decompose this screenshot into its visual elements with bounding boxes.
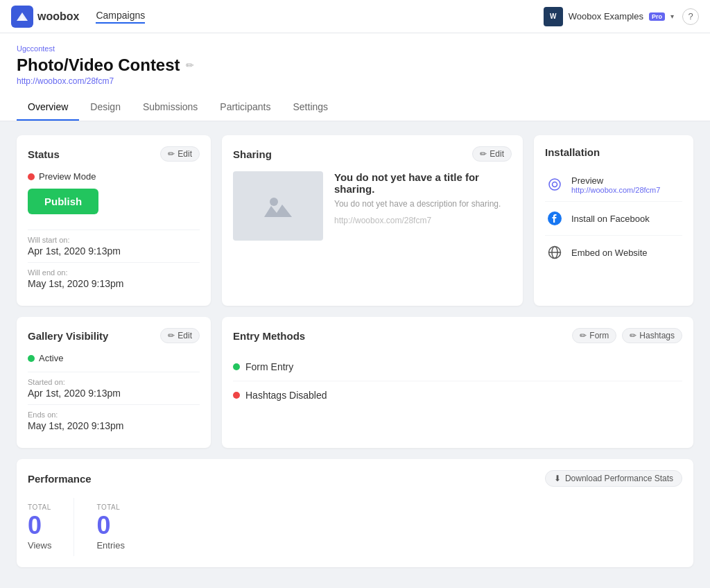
logo[interactable]: woobox <box>11 6 79 28</box>
svg-point-4 <box>549 179 560 190</box>
entry-form-entry: Form Entry <box>233 353 682 381</box>
sharing-card-header: Sharing ✏ Edit <box>233 146 512 162</box>
woobox-logo-icon <box>11 6 33 28</box>
page-header: Ugccontest Photo/Video Contest ✏ http://… <box>0 33 710 121</box>
page-title: Photo/Video Contest <box>17 55 180 75</box>
entry-hashtags-entry: Hashtags Disabled <box>233 381 682 409</box>
edit-title-icon[interactable]: ✏ <box>186 60 194 71</box>
tab-design[interactable]: Design <box>79 94 132 121</box>
install-preview-text: Preview http://woobox.com/28fcm7 <box>571 175 660 194</box>
preview-icon <box>545 175 564 194</box>
entry-hashtags-dot <box>233 392 240 399</box>
pencil-icon: ✏ <box>580 331 587 340</box>
logo-text: woobox <box>37 10 79 23</box>
gallery-card-header: Gallery Visibility ✏ Edit <box>28 328 200 343</box>
help-button[interactable]: ? <box>682 8 699 25</box>
gallery-started-label: Started on: <box>28 378 200 386</box>
will-start-date: Apr 1st, 2020 9:13pm <box>28 245 200 257</box>
image-placeholder-icon <box>261 192 295 220</box>
pencil-icon: ✏ <box>480 149 487 159</box>
gallery-ends-date: May 1st, 2020 9:13pm <box>28 420 200 431</box>
gallery-status-label: Active <box>39 353 63 363</box>
pro-badge: Pro <box>649 12 665 21</box>
entry-form-label: Form Entry <box>245 361 293 372</box>
perf-views: TOTAL 0 Views <box>28 498 74 556</box>
sharing-text: You do not yet have a title for sharing.… <box>334 171 512 241</box>
entry-hashtags-button[interactable]: ✏ Hashtags <box>622 328 682 343</box>
gallery-title: Gallery Visibility <box>28 330 108 342</box>
pencil-icon: ✏ <box>168 149 175 159</box>
performance-header: Performance ⬇ Download Performance Stats <box>28 470 682 487</box>
entries-label: Entries <box>96 540 124 551</box>
tab-submissions[interactable]: Submissions <box>132 94 209 121</box>
entries-total-label: TOTAL <box>96 503 124 511</box>
sharing-url: http://woobox.com/28fcm7 <box>334 216 431 225</box>
performance-stats: TOTAL 0 Views TOTAL 0 Entries <box>28 498 682 556</box>
pencil-icon: ✏ <box>630 331 637 340</box>
pencil-icon: ✏ <box>168 331 175 340</box>
facebook-icon <box>545 209 564 228</box>
page-url[interactable]: http://woobox.com/28fcm7 <box>17 76 693 86</box>
download-stats-button[interactable]: ⬇ Download Performance Stats <box>545 470 682 487</box>
top-grid: Status ✏ Edit Preview Mode Publish Will … <box>17 135 693 306</box>
sharing-card-inner: You do not yet have a title for sharing.… <box>233 171 512 241</box>
status-mode: Preview Mode <box>28 171 200 182</box>
main-content: Status ✏ Edit Preview Mode Publish Will … <box>0 121 710 588</box>
account-name: Woobox Examples <box>569 11 643 21</box>
page-tabs: Overview Design Submissions Participants… <box>17 94 693 121</box>
sharing-edit-button[interactable]: ✏ Edit <box>472 146 512 162</box>
tab-participants[interactable]: Participants <box>209 94 282 121</box>
bottom-grid: Gallery Visibility ✏ Edit Active Started… <box>17 317 693 448</box>
tab-settings[interactable]: Settings <box>282 94 339 121</box>
sharing-title: Sharing <box>233 148 272 160</box>
perf-entries: TOTAL 0 Entries <box>96 498 146 556</box>
views-label: Views <box>28 540 51 551</box>
will-end-date: May 1st, 2020 9:13pm <box>28 278 200 289</box>
account-menu[interactable]: W Woobox Examples Pro ▾ <box>544 7 674 26</box>
account-avatar: W <box>544 7 563 26</box>
install-website-label: Embed on Website <box>571 248 648 258</box>
sharing-card: Sharing ✏ Edit You do not yet have a tit… <box>222 135 523 306</box>
entry-methods-card: Entry Methods ✏ Form ✏ Hashtags Form Ent… <box>222 317 693 448</box>
gallery-started-date: Apr 1st, 2020 9:13pm <box>28 388 200 399</box>
topnav-right: W Woobox Examples Pro ▾ ? <box>544 7 699 26</box>
entry-hashtags-label: Hashtags Disabled <box>245 390 327 401</box>
install-website[interactable]: Embed on Website <box>545 236 682 269</box>
installation-card-header: Installation <box>545 146 682 158</box>
entry-methods-title: Entry Methods <box>233 330 305 342</box>
status-dot-red <box>28 173 35 180</box>
sharing-no-title: You do not yet have a title for sharing. <box>334 171 512 195</box>
breadcrumb: Ugccontest <box>17 44 693 53</box>
views-number: 0 <box>28 511 51 540</box>
install-facebook-label: Install on Facebook <box>571 214 650 224</box>
status-mode-label: Preview Mode <box>39 171 96 182</box>
install-preview-label: Preview <box>571 175 660 186</box>
status-edit-button[interactable]: ✏ Edit <box>160 146 200 162</box>
status-title: Status <box>28 148 60 160</box>
publish-button[interactable]: Publish <box>28 189 98 214</box>
sharing-no-description: You do not yet have a description for sh… <box>334 199 512 209</box>
performance-section: Performance ⬇ Download Performance Stats… <box>17 459 693 567</box>
entries-number: 0 <box>96 511 124 540</box>
install-facebook[interactable]: Install on Facebook <box>545 202 682 236</box>
globe-icon <box>545 243 564 262</box>
entry-form-dot <box>233 363 240 370</box>
tab-overview[interactable]: Overview <box>17 94 79 121</box>
campaigns-nav-link[interactable]: Campaigns <box>96 10 145 24</box>
sharing-image-placeholder <box>233 171 323 241</box>
will-start-label: Will start on: <box>28 236 200 244</box>
svg-point-5 <box>553 182 557 187</box>
gallery-edit-button[interactable]: ✏ Edit <box>160 328 200 343</box>
gallery-visibility-card: Gallery Visibility ✏ Edit Active Started… <box>17 317 211 448</box>
entry-form-button[interactable]: ✏ Form <box>572 328 616 343</box>
top-navigation: woobox Campaigns W Woobox Examples Pro ▾… <box>0 0 710 33</box>
install-preview-url: http://woobox.com/28fcm7 <box>571 186 660 194</box>
gallery-dot-green <box>28 355 35 362</box>
svg-point-3 <box>270 198 278 206</box>
entry-card-header: Entry Methods ✏ Form ✏ Hashtags <box>233 328 682 343</box>
installation-card: Installation Preview http://woobox.com/2… <box>534 135 693 306</box>
install-preview[interactable]: Preview http://woobox.com/28fcm7 <box>545 168 682 202</box>
entry-buttons: ✏ Form ✏ Hashtags <box>572 328 682 343</box>
installation-title: Installation <box>545 146 600 158</box>
gallery-status: Active <box>28 353 200 363</box>
